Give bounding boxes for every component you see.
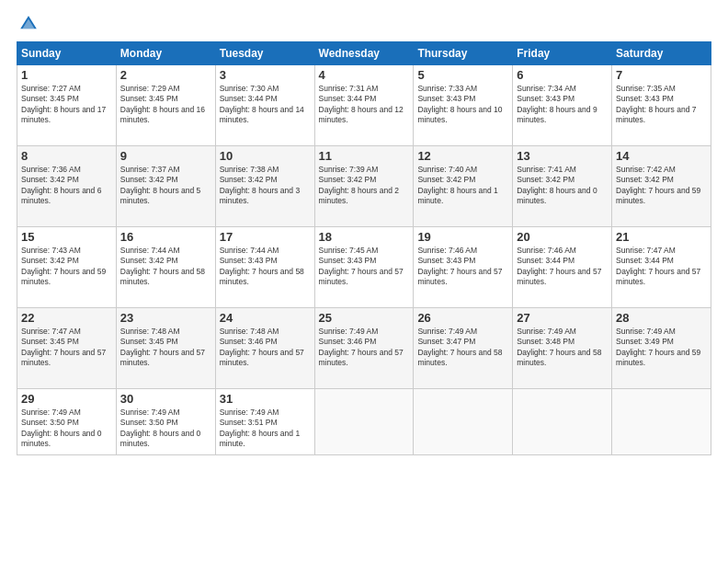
day-detail: Sunrise: 7:49 AMSunset: 3:51 PMDaylight:… (220, 408, 311, 450)
day-number: 5 (417, 68, 508, 82)
day-number: 21 (616, 230, 707, 244)
day-number: 1 (21, 68, 112, 82)
day-number: 10 (220, 149, 311, 163)
weekday-header-monday: Monday (116, 42, 215, 65)
calendar-cell: 23Sunrise: 7:48 AMSunset: 3:45 PMDayligh… (116, 308, 215, 389)
day-detail: Sunrise: 7:46 AMSunset: 3:44 PMDaylight:… (517, 246, 608, 288)
day-detail: Sunrise: 7:30 AMSunset: 3:44 PMDaylight:… (220, 84, 311, 126)
day-number: 2 (120, 68, 211, 82)
day-number: 26 (417, 311, 508, 325)
day-number: 13 (517, 149, 608, 163)
day-number: 4 (319, 68, 410, 82)
day-number: 23 (120, 311, 211, 325)
day-detail: Sunrise: 7:37 AMSunset: 3:42 PMDaylight:… (120, 165, 211, 207)
logo-icon (18, 14, 39, 34)
weekday-header-sunday: Sunday (17, 42, 117, 65)
day-number: 20 (517, 230, 608, 244)
day-number: 12 (417, 149, 508, 163)
calendar-cell: 1Sunrise: 7:27 AMSunset: 3:45 PMDaylight… (17, 65, 117, 146)
day-detail: Sunrise: 7:31 AMSunset: 3:44 PMDaylight:… (319, 84, 410, 126)
calendar-cell: 15Sunrise: 7:43 AMSunset: 3:42 PMDayligh… (17, 227, 117, 308)
calendar-cell: 28Sunrise: 7:49 AMSunset: 3:49 PMDayligh… (612, 308, 711, 389)
calendar-cell: 2Sunrise: 7:29 AMSunset: 3:45 PMDaylight… (116, 65, 215, 146)
calendar-cell: 26Sunrise: 7:49 AMSunset: 3:47 PMDayligh… (414, 308, 513, 389)
calendar-cell: 16Sunrise: 7:44 AMSunset: 3:42 PMDayligh… (116, 227, 215, 308)
day-number: 31 (220, 392, 311, 406)
calendar-cell (513, 389, 612, 455)
calendar-cell: 4Sunrise: 7:31 AMSunset: 3:44 PMDaylight… (314, 65, 414, 146)
calendar-cell: 9Sunrise: 7:37 AMSunset: 3:42 PMDaylight… (116, 146, 215, 227)
day-number: 30 (120, 392, 211, 406)
day-detail: Sunrise: 7:39 AMSunset: 3:42 PMDaylight:… (319, 165, 410, 207)
day-number: 15 (21, 230, 112, 244)
day-number: 18 (319, 230, 410, 244)
day-detail: Sunrise: 7:43 AMSunset: 3:42 PMDaylight:… (21, 246, 112, 288)
calendar-cell: 19Sunrise: 7:46 AMSunset: 3:43 PMDayligh… (414, 227, 513, 308)
header (17, 14, 711, 34)
page: SundayMondayTuesdayWednesdayThursdayFrid… (0, 0, 728, 563)
day-detail: Sunrise: 7:35 AMSunset: 3:43 PMDaylight:… (616, 84, 707, 126)
day-number: 6 (517, 68, 608, 82)
calendar-cell (612, 389, 711, 455)
calendar-cell: 27Sunrise: 7:49 AMSunset: 3:48 PMDayligh… (513, 308, 612, 389)
day-detail: Sunrise: 7:49 AMSunset: 3:50 PMDaylight:… (120, 408, 211, 450)
calendar-cell: 10Sunrise: 7:38 AMSunset: 3:42 PMDayligh… (215, 146, 314, 227)
day-number: 27 (517, 311, 608, 325)
day-detail: Sunrise: 7:27 AMSunset: 3:45 PMDaylight:… (21, 84, 112, 126)
day-detail: Sunrise: 7:42 AMSunset: 3:42 PMDaylight:… (616, 165, 707, 207)
calendar-cell: 17Sunrise: 7:44 AMSunset: 3:43 PMDayligh… (215, 227, 314, 308)
day-number: 29 (21, 392, 112, 406)
day-number: 17 (220, 230, 311, 244)
day-detail: Sunrise: 7:49 AMSunset: 3:49 PMDaylight:… (616, 327, 707, 369)
week-row-1: 1Sunrise: 7:27 AMSunset: 3:45 PMDaylight… (17, 65, 711, 146)
calendar-cell: 11Sunrise: 7:39 AMSunset: 3:42 PMDayligh… (314, 146, 414, 227)
day-number: 19 (417, 230, 508, 244)
day-detail: Sunrise: 7:44 AMSunset: 3:42 PMDaylight:… (120, 246, 211, 288)
day-number: 25 (319, 311, 410, 325)
day-detail: Sunrise: 7:49 AMSunset: 3:47 PMDaylight:… (417, 327, 508, 369)
calendar-cell: 7Sunrise: 7:35 AMSunset: 3:43 PMDaylight… (612, 65, 711, 146)
day-detail: Sunrise: 7:45 AMSunset: 3:43 PMDaylight:… (319, 246, 410, 288)
weekday-header-friday: Friday (513, 42, 612, 65)
day-detail: Sunrise: 7:49 AMSunset: 3:46 PMDaylight:… (319, 327, 410, 369)
week-row-2: 8Sunrise: 7:36 AMSunset: 3:42 PMDaylight… (17, 146, 711, 227)
day-detail: Sunrise: 7:47 AMSunset: 3:45 PMDaylight:… (21, 327, 112, 369)
day-number: 24 (220, 311, 311, 325)
calendar-cell: 30Sunrise: 7:49 AMSunset: 3:50 PMDayligh… (116, 389, 215, 455)
calendar-cell: 8Sunrise: 7:36 AMSunset: 3:42 PMDaylight… (17, 146, 117, 227)
day-detail: Sunrise: 7:38 AMSunset: 3:42 PMDaylight:… (220, 165, 311, 207)
day-detail: Sunrise: 7:47 AMSunset: 3:44 PMDaylight:… (616, 246, 707, 288)
day-number: 3 (220, 68, 311, 82)
day-number: 14 (616, 149, 707, 163)
calendar-cell: 20Sunrise: 7:46 AMSunset: 3:44 PMDayligh… (513, 227, 612, 308)
day-detail: Sunrise: 7:29 AMSunset: 3:45 PMDaylight:… (120, 84, 211, 126)
week-row-3: 15Sunrise: 7:43 AMSunset: 3:42 PMDayligh… (17, 227, 711, 308)
week-row-5: 29Sunrise: 7:49 AMSunset: 3:50 PMDayligh… (17, 389, 711, 455)
calendar-cell: 13Sunrise: 7:41 AMSunset: 3:42 PMDayligh… (513, 146, 612, 227)
calendar-cell: 6Sunrise: 7:34 AMSunset: 3:43 PMDaylight… (513, 65, 612, 146)
day-detail: Sunrise: 7:49 AMSunset: 3:50 PMDaylight:… (21, 408, 112, 450)
day-number: 7 (616, 68, 707, 82)
day-number: 16 (120, 230, 211, 244)
day-number: 9 (120, 149, 211, 163)
day-number: 8 (21, 149, 112, 163)
weekday-header-tuesday: Tuesday (215, 42, 314, 65)
calendar-table: SundayMondayTuesdayWednesdayThursdayFrid… (17, 41, 711, 455)
calendar-cell: 29Sunrise: 7:49 AMSunset: 3:50 PMDayligh… (17, 389, 117, 455)
calendar-cell: 31Sunrise: 7:49 AMSunset: 3:51 PMDayligh… (215, 389, 314, 455)
calendar-cell: 3Sunrise: 7:30 AMSunset: 3:44 PMDaylight… (215, 65, 314, 146)
day-detail: Sunrise: 7:41 AMSunset: 3:42 PMDaylight:… (517, 165, 608, 207)
calendar-cell: 12Sunrise: 7:40 AMSunset: 3:42 PMDayligh… (414, 146, 513, 227)
calendar-cell: 24Sunrise: 7:48 AMSunset: 3:46 PMDayligh… (215, 308, 314, 389)
calendar-cell: 21Sunrise: 7:47 AMSunset: 3:44 PMDayligh… (612, 227, 711, 308)
day-number: 11 (319, 149, 410, 163)
weekday-header-saturday: Saturday (612, 42, 711, 65)
calendar-cell: 14Sunrise: 7:42 AMSunset: 3:42 PMDayligh… (612, 146, 711, 227)
day-detail: Sunrise: 7:49 AMSunset: 3:48 PMDaylight:… (517, 327, 608, 369)
calendar-cell: 25Sunrise: 7:49 AMSunset: 3:46 PMDayligh… (314, 308, 414, 389)
day-detail: Sunrise: 7:48 AMSunset: 3:46 PMDaylight:… (220, 327, 311, 369)
weekday-header-row: SundayMondayTuesdayWednesdayThursdayFrid… (17, 42, 711, 65)
day-detail: Sunrise: 7:46 AMSunset: 3:43 PMDaylight:… (417, 246, 508, 288)
day-number: 28 (616, 311, 707, 325)
weekday-header-wednesday: Wednesday (314, 42, 414, 65)
